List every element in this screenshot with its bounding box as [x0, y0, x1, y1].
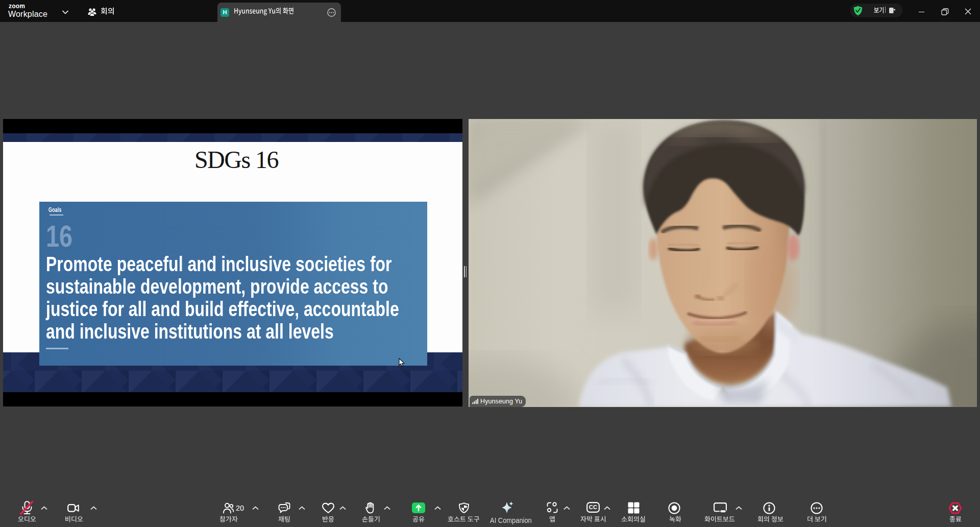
- svg-text:CC: CC: [589, 504, 598, 510]
